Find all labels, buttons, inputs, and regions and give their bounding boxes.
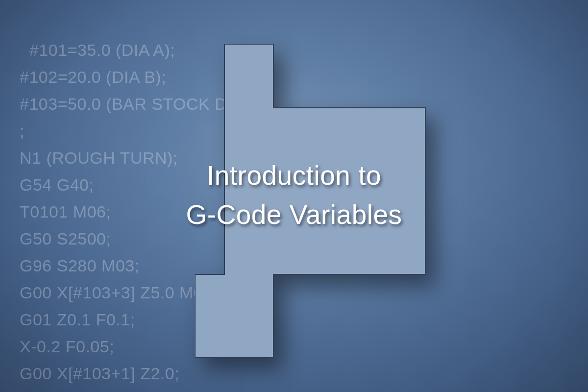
code-line: G00 X[#103+1] Z2.0; <box>20 364 179 383</box>
code-line: #101=35.0 (DIA A); <box>29 41 175 59</box>
code-line: G01 Z0.1 F0.1; <box>20 310 135 329</box>
turned-part-profile-icon <box>195 44 435 360</box>
code-line: X-0.2 F0.05; <box>20 337 114 356</box>
svg-marker-0 <box>195 44 425 358</box>
code-line: T0101 M06; <box>20 202 111 221</box>
code-line: ; <box>20 122 24 140</box>
code-line: #102=20.0 (DIA B); <box>20 68 166 86</box>
code-line: G00 X[#103+3] Z5.0 M08; <box>20 283 218 302</box>
code-line: G96 S280 M03; <box>20 256 140 275</box>
code-line: G50 S2500; <box>20 229 111 248</box>
code-line: N1 (ROUGH TURN); <box>20 148 178 167</box>
code-line: G54 G40; <box>20 175 94 194</box>
